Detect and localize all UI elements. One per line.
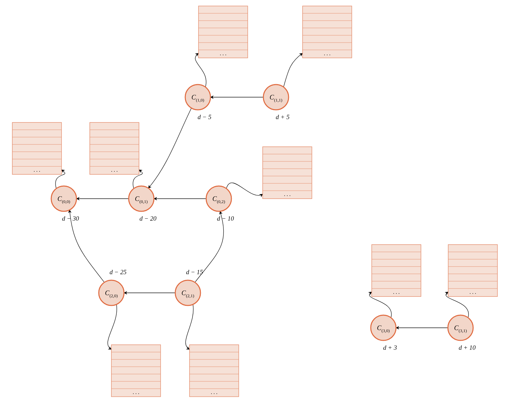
graph-node: C(1,1)d + 5 xyxy=(263,85,290,120)
stack-ellipsis: . . . xyxy=(111,167,118,173)
stack-ellipsis: . . . xyxy=(469,289,476,295)
node-d-label: d + 5 xyxy=(276,113,289,120)
node-d-label: d − 10 xyxy=(217,215,234,222)
stack-ellipsis: . . . xyxy=(133,389,139,395)
row-stack: . . . xyxy=(111,345,161,397)
row-stack: . . . xyxy=(448,245,497,297)
node-d-label: d + 10 xyxy=(459,344,476,351)
stack-ellipsis: . . . xyxy=(211,389,217,395)
node-d-label: d − 30 xyxy=(62,215,79,222)
stack-ellipsis: . . . xyxy=(324,51,331,56)
row-stack: . . . xyxy=(372,245,421,297)
row-stack: . . . xyxy=(190,345,239,397)
edge-curved xyxy=(148,108,192,188)
stack-ellipsis: . . . xyxy=(284,191,291,197)
node-d-label: d + 3 xyxy=(383,344,397,351)
row-stack: . . . xyxy=(199,6,248,58)
node-d-label: d − 20 xyxy=(140,215,157,222)
row-stack: . . . xyxy=(12,122,62,174)
graph-node: C(3,0)d + 3 xyxy=(371,315,397,351)
stack-outline xyxy=(263,147,312,199)
stack-ellipsis: . . . xyxy=(393,289,400,295)
stack-outline xyxy=(372,245,421,297)
edge-to-stack xyxy=(284,53,303,87)
stack-outline xyxy=(303,6,352,58)
stack-outline xyxy=(111,345,161,397)
graph-node: C(1,0)d − 5 xyxy=(185,85,211,120)
edges-layer xyxy=(56,53,468,349)
stack-ellipsis: . . . xyxy=(34,167,40,173)
diagram-canvas: . . .. . .. . .. . .. . .. . .. . .. . .… xyxy=(0,0,532,398)
edge-to-stack xyxy=(195,53,206,87)
stack-outline xyxy=(199,6,248,58)
graph-node: C(0,1)d − 20 xyxy=(129,186,157,222)
graph-node: C(0,2)d − 10 xyxy=(206,186,234,222)
stack-outline xyxy=(90,122,139,174)
row-stack: . . . xyxy=(263,147,312,199)
stack-outline xyxy=(448,245,497,297)
edge-to-stack xyxy=(108,304,117,349)
row-stack: . . . xyxy=(303,6,352,58)
node-d-label: d − 15 xyxy=(186,269,203,276)
row-stack: . . . xyxy=(90,122,139,174)
graph-node: C(2,0)d − 25 xyxy=(99,269,126,305)
stack-outline xyxy=(12,122,62,174)
graph-node: C(2,1)d − 15 xyxy=(175,269,203,305)
stack-ellipsis: . . . xyxy=(220,51,226,56)
node-d-label: d − 25 xyxy=(110,269,127,276)
stacks-layer: . . .. . .. . .. . .. . .. . .. . .. . .… xyxy=(12,6,497,397)
edge-to-stack xyxy=(186,304,193,349)
node-d-label: d − 5 xyxy=(198,113,211,120)
stack-outline xyxy=(190,345,239,397)
graph-node: C(0,0)d − 30 xyxy=(51,186,79,222)
edge-to-stack xyxy=(226,183,263,195)
graph-node: C(3,1)d + 10 xyxy=(448,315,476,351)
